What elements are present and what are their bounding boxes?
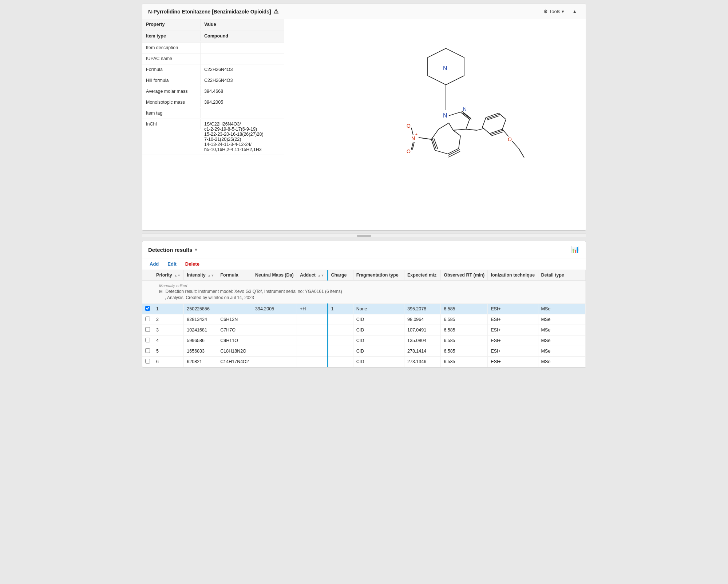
add-button[interactable]: Add [148, 261, 160, 267]
svg-text:N: N [463, 106, 467, 112]
row-formula: C14H17N4O2 [217, 357, 252, 367]
property-row: IUPAC name [142, 53, 284, 64]
adduct-label: Adduct [300, 273, 316, 278]
row-formula: C6H12N [217, 314, 252, 325]
row-checkbox[interactable] [145, 327, 150, 332]
row-ionization: ESI+ [488, 325, 538, 335]
table-row[interactable]: 1 250225856 394.2005 +H 1 None 395.2078 … [142, 304, 586, 314]
results-header-row: Priority ▲▼ Intensity ▲▼ Formula Neutral… [142, 270, 586, 281]
svg-line-43 [519, 148, 524, 158]
row-adduct [297, 314, 328, 325]
col-charge-header: Charge [328, 270, 353, 281]
row-priority: 2 [153, 314, 184, 325]
row-check-cell [142, 325, 153, 335]
row-checkbox[interactable] [145, 317, 150, 321]
property-value: C22H26N4O3 [201, 64, 284, 75]
row-intensity: 250225856 [184, 304, 217, 314]
row-check-cell [142, 304, 153, 314]
svg-line-33 [466, 129, 477, 130]
bottom-panel-header: Detection results ▾ 📊 [142, 241, 586, 258]
property-value: C22H26N4O3 [201, 75, 284, 86]
row-detail-type: MSe [538, 304, 571, 314]
table-row[interactable]: 4 5996586 C9H11O CID 135.0804 6.585 ESI+… [142, 335, 586, 346]
row-checkbox[interactable] [145, 306, 150, 311]
delete-button[interactable]: Delete [184, 261, 201, 267]
row-adduct [297, 346, 328, 357]
row-charge [328, 314, 353, 325]
row-actions-cell [571, 304, 585, 314]
adduct-sort-icon[interactable]: ▲▼ [317, 274, 324, 277]
title-text: N-Pyrrolidino Etonitazene [Benzimidazole… [148, 9, 271, 15]
svg-line-34 [477, 128, 484, 130]
detection-title-dropdown-button[interactable]: ▾ [194, 246, 198, 253]
tools-label: Tools [549, 9, 560, 14]
intensity-sort-icon[interactable]: ▲▼ [207, 274, 214, 277]
row-intensity: 620821 [184, 357, 217, 367]
row-actions-cell [571, 357, 585, 367]
row-expected-mz: 135.0804 [404, 335, 441, 346]
property-row: Formula C22H26N4O3 [142, 64, 284, 75]
divider-handle [357, 235, 371, 237]
results-table-header: Priority ▲▼ Intensity ▲▼ Formula Neutral… [142, 270, 586, 281]
row-neutral-mass [252, 314, 297, 325]
priority-label: Priority [156, 273, 172, 278]
row-intensity: 5996586 [184, 335, 217, 346]
svg-line-40 [502, 129, 509, 136]
table-row[interactable]: 6 620821 C14H17N4O2 CID 273.1346 6.585 E… [142, 357, 586, 367]
row-formula: C7H7O [217, 325, 252, 335]
table-row[interactable]: 3 10241681 C7H7O CID 107.0491 6.585 ESI+… [142, 325, 586, 335]
property-value: 394.2005 [201, 97, 284, 107]
collapse-panel-button[interactable]: ▲ [569, 8, 580, 15]
table-row[interactable]: 5 1656833 C18H18N2O CID 278.1414 6.585 E… [142, 346, 586, 357]
property-value: 1S/C22H26N4O3/ c1-2-29-19-8-5-17(6-9-19)… [201, 119, 284, 155]
row-intensity: 82813424 [184, 314, 217, 325]
results-table: Priority ▲▼ Intensity ▲▼ Formula Neutral… [142, 270, 586, 367]
property-value [201, 53, 284, 59]
row-formula: C18H18N2O [217, 346, 252, 357]
row-checkbox[interactable] [145, 338, 150, 342]
row-checkbox[interactable] [145, 359, 150, 363]
row-neutral-mass [252, 346, 297, 357]
col-priority-header: Priority ▲▼ [153, 270, 184, 281]
table-row[interactable]: 2 82813424 C6H12N CID 98.0964 6.585 ESI+… [142, 314, 586, 325]
results-table-wrap: Priority ▲▼ Intensity ▲▼ Formula Neutral… [142, 270, 586, 367]
charge-label: Charge [331, 273, 347, 278]
edit-button[interactable]: Edit [166, 261, 178, 267]
resize-divider[interactable] [142, 234, 586, 238]
row-charge [328, 335, 353, 346]
prop-header-row: Property Value [142, 19, 284, 31]
detection-results-title: Detection results ▾ [148, 246, 198, 253]
row-neutral-mass: 394.2005 [252, 304, 297, 314]
row-priority: 4 [153, 335, 184, 346]
group-expand-icon[interactable]: ⊟ [159, 289, 163, 294]
intensity-label: Intensity [187, 273, 205, 278]
svg-line-27 [411, 128, 413, 135]
svg-line-8 [453, 129, 466, 130]
row-observed-rt: 6.585 [441, 335, 488, 346]
row-ionization: ESI+ [488, 335, 538, 346]
property-key: InChI [142, 119, 201, 129]
ionization-label: Ionization technique [491, 273, 535, 278]
priority-sort-icon[interactable]: ▲▼ [174, 274, 181, 277]
top-panel: N-Pyrrolidino Etonitazene [Benzimidazole… [142, 4, 586, 231]
row-actions-cell [571, 335, 585, 346]
svg-line-7 [466, 119, 470, 129]
svg-text:N: N [411, 135, 415, 141]
row-frag-type: CID [353, 357, 404, 367]
manually-edited-label: Manually edited [156, 282, 582, 288]
expected-mz-label: Expected m/z [407, 273, 436, 278]
row-detail-type: MSe [538, 357, 571, 367]
row-priority: 1 [153, 304, 184, 314]
row-priority: 5 [153, 346, 184, 357]
tools-button[interactable]: ⚙ Tools ▾ [541, 8, 567, 15]
neutral-mass-label: Neutral Mass (Da) [255, 273, 294, 278]
property-row: Item tag [142, 108, 284, 119]
detection-title-text: Detection results [148, 247, 193, 253]
property-value: 394.4668 [201, 86, 284, 96]
property-key: Item tag [142, 108, 201, 118]
property-value [201, 43, 284, 48]
export-button[interactable]: 📊 [570, 245, 580, 254]
property-value [201, 108, 284, 113]
row-charge: 1 [328, 304, 353, 314]
row-checkbox[interactable] [145, 348, 150, 353]
